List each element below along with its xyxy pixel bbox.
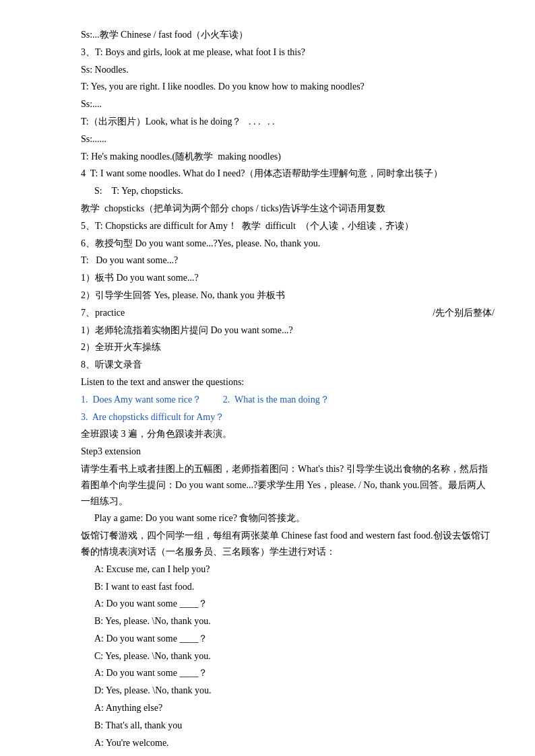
line-26: 请学生看书上或者挂图上的五幅图，老师指着图问：What's this? 引导学生… xyxy=(54,461,495,509)
line-30: B: I want to east fast food. xyxy=(54,579,495,595)
line-32: B: Yes, please. \No, thank you. xyxy=(54,613,495,629)
line-16: 2）引导学生回答 Yes, please. No, thank you 并板书 xyxy=(54,287,495,304)
line-10: S: T: Yep, chopsticks. xyxy=(54,183,495,199)
line-39: A: You're welcome. xyxy=(54,735,495,751)
practice-note: /先个别后整体/ xyxy=(433,305,495,321)
line-29: A: Excuse me, can I help you? xyxy=(54,561,495,578)
line-33: A: Do you want some ____？ xyxy=(54,631,495,647)
line-25: Step3 extension xyxy=(54,444,495,460)
practice-label: 7、practice xyxy=(81,305,125,321)
line-28: 饭馆订餐游戏，四个同学一组，每组有两张菜单 Chinese fast food … xyxy=(54,528,495,560)
line-19: 2）全班开火车操练 xyxy=(54,339,495,355)
line-24: 全班跟读 3 遍，分角色跟读并表演。 xyxy=(54,426,495,442)
line-21: Listen to the text and answer the questi… xyxy=(54,374,495,390)
line-6: T:（出示图片）Look, what is he doing？ . . . . … xyxy=(54,114,495,130)
line-3: Ss: Noodles. xyxy=(54,62,495,78)
line-23: 3. Are chopsticks difficult for Amy？ xyxy=(54,409,495,425)
line-11: 教学 chopsticks（把单词为两个部分 chops / ticks)告诉学… xyxy=(54,201,495,217)
line-35: A: Do you want some ____？ xyxy=(54,665,495,681)
line-9: 4 T: I want some noodles. What do I need… xyxy=(54,166,495,182)
main-content: Ss:...教学 Chinese / fast food（小火车读） 3、T: … xyxy=(54,27,495,751)
line-12: 5、T: Chopsticks are difficult for Amy！ 教… xyxy=(54,218,495,234)
line-2: 3、T: Boys and girls, look at me please, … xyxy=(54,44,495,61)
line-20: 8、听课文录音 xyxy=(54,357,495,373)
line-13: 6、教授句型 Do you want some...?Yes, please. … xyxy=(54,236,495,252)
line-36: D: Yes, please. \No, thank you. xyxy=(54,683,495,699)
line-31: A: Do you want some ____？ xyxy=(54,596,495,612)
line-37: A: Anything else? xyxy=(54,700,495,716)
line-5: Ss:.... xyxy=(54,96,495,112)
line-22: 1. Does Amy want some rice？ 2. What is t… xyxy=(54,392,495,408)
line-7: Ss:...... xyxy=(54,131,495,147)
line-38: B: That's all, thank you xyxy=(54,718,495,734)
line-15: 1）板书 Do you want some...? xyxy=(54,270,495,286)
line-1: Ss:...教学 Chinese / fast food（小火车读） xyxy=(54,27,495,43)
line-14: T: Do you want some...? xyxy=(54,252,495,269)
line-18: 1）老师轮流指着实物图片提问 Do you want some...? xyxy=(54,322,495,339)
line-17: 7、practice /先个别后整体/ xyxy=(54,305,495,321)
line-8: T: He's making noodles.(随机教学 making nood… xyxy=(54,149,495,165)
line-4: T: Yes, you are right. I like noodles. D… xyxy=(54,79,495,95)
line-34: C: Yes, please. \No, thank you. xyxy=(54,648,495,664)
line-27: Play a game: Do you want some rice? 食物问答… xyxy=(54,510,495,526)
